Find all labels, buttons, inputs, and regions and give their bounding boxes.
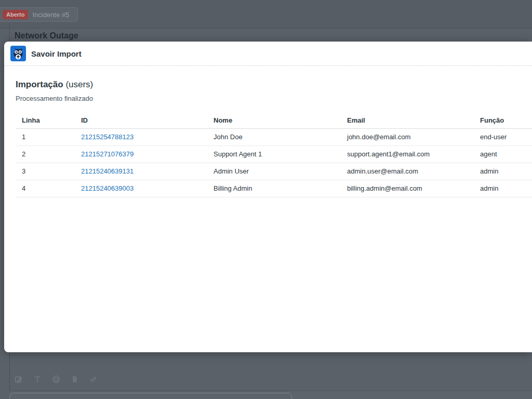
cell-id: 21215271076379 [75, 145, 207, 163]
cell-nome: Billing Admin [207, 180, 341, 197]
editor-toolbar [14, 375, 98, 384]
table-row: 321215240639131Admin Useradmin.user@emai… [16, 163, 532, 180]
column-header-linha: Linha [16, 113, 75, 128]
top-bar [0, 0, 532, 29]
import-heading: Importação (users) [16, 79, 532, 90]
import-status-text: Processamento finalizado [16, 95, 532, 102]
owl-upload-icon [10, 46, 26, 61]
ticket-tab[interactable]: Aberto Incidente #5 [0, 7, 78, 22]
cell-id: 21215240639131 [75, 163, 207, 180]
cell-id: 21215254788123 [75, 128, 207, 145]
ticket-title: Network Outage [15, 31, 78, 41]
modal-title: Savoir Import [31, 49, 82, 58]
import-heading-suffix: (users) [65, 79, 93, 89]
reply-input[interactable] [9, 393, 292, 399]
column-header-id: ID [75, 113, 207, 128]
column-header-função: Função [474, 113, 532, 128]
cell-linha: 2 [16, 145, 75, 163]
cell-linha: 4 [16, 180, 75, 197]
import-heading-main: Importação [16, 79, 63, 89]
table-row: 121215254788123John Doejohn.doe@email.co… [16, 128, 532, 145]
user-id-link[interactable]: 21215271076379 [81, 150, 134, 158]
cell-email: john.doe@email.com [341, 128, 474, 145]
cell-email: support.agent1@email.com [341, 145, 474, 163]
cell-linha: 1 [16, 128, 75, 145]
table-header-row: LinhaIDNomeEmailFunção [16, 113, 532, 128]
cell-funcao: agent [474, 145, 532, 163]
cell-funcao: admin [474, 180, 532, 197]
cell-funcao: admin [474, 163, 532, 180]
compose-icon[interactable] [14, 375, 23, 384]
modal-header: Savoir Import [4, 42, 532, 66]
text-format-icon[interactable] [33, 375, 42, 384]
cell-nome: Support Agent 1 [207, 145, 341, 163]
user-id-link[interactable]: 21215240639131 [81, 167, 134, 175]
table-row: 421215240639003Billing Adminbilling.admi… [16, 180, 532, 197]
user-id-link[interactable]: 21215254788123 [81, 133, 134, 141]
cell-nome: Admin User [207, 163, 341, 180]
cell-funcao: end-user [474, 128, 532, 145]
cell-email: admin.user@email.com [341, 163, 474, 180]
modal-body: Importação (users) Processamento finaliz… [4, 66, 532, 197]
import-table: LinhaIDNomeEmailFunção 121215254788123Jo… [16, 113, 532, 197]
column-header-email: Email [341, 113, 474, 128]
cell-email: billing.admin@email.com [341, 180, 474, 197]
column-header-nome: Nome [207, 113, 341, 128]
attachment-icon[interactable] [70, 375, 79, 384]
emoji-icon[interactable] [51, 375, 61, 384]
status-badge: Aberto [3, 10, 28, 19]
link-icon[interactable] [89, 375, 98, 384]
cell-linha: 3 [16, 163, 75, 180]
savoir-import-modal: Savoir Import Importação (users) Process… [4, 42, 532, 352]
cell-id: 21215240639003 [75, 180, 207, 197]
user-id-link[interactable]: 21215240639003 [81, 184, 134, 192]
cell-nome: John Doe [207, 128, 341, 145]
table-row: 221215271076379Support Agent 1support.ag… [16, 145, 532, 163]
ticket-tab-label: Incidente #5 [32, 11, 69, 19]
